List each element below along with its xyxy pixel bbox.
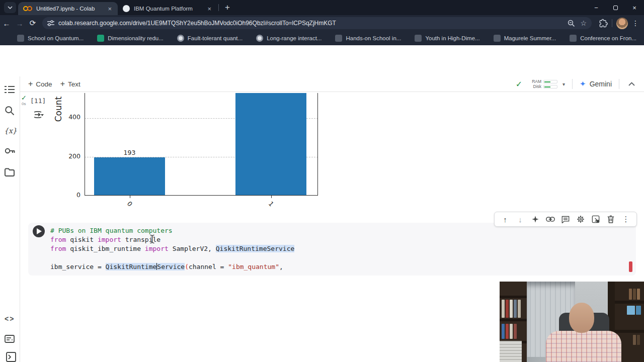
window-controls: − × [587, 4, 644, 12]
cell-settings-gear-icon[interactable] [573, 215, 588, 223]
new-tab-button[interactable]: + [220, 3, 235, 13]
bookmark-item[interactable]: Youth in High-Dime... [415, 35, 479, 42]
collapse-toolbar-chevron[interactable] [628, 82, 635, 86]
bookmark-favicon [177, 35, 184, 42]
x-tick-mark [271, 196, 272, 198]
resource-meter[interactable]: RAM Disk [529, 79, 557, 89]
code-token: qiskit_ibm_runtime [66, 245, 145, 252]
url-field[interactable]: colab.research.google.com/drive/1UE9MTQS… [42, 17, 592, 29]
delete-cell-trash-icon[interactable] [603, 215, 618, 223]
bar-value-label: 193 [124, 149, 136, 156]
add-code-label: Code [36, 80, 52, 88]
browser-tab-strip: Untitled7.ipynb - Colab × IBM Quantum Pl… [0, 0, 644, 15]
bookmark-item[interactable]: Dimensionality redu... [97, 35, 164, 42]
terminal-icon[interactable] [6, 352, 16, 362]
code-editor[interactable]: # PUBs on IBM quantum computersfrom qisk… [50, 226, 294, 272]
close-tab-icon[interactable]: × [106, 5, 114, 13]
browser-menu-icon[interactable]: ⋮ [628, 19, 644, 27]
runtime-dropdown-caret[interactable]: ▾ [562, 81, 565, 87]
webcam-overlay [500, 282, 644, 362]
extensions-icon[interactable] [599, 19, 608, 28]
paper-stack [500, 341, 522, 362]
gemini-sparkle-icon[interactable] [528, 215, 543, 223]
add-text-label: Text [68, 80, 80, 88]
bookmark-label: Fault-tolerant quant... [188, 35, 243, 41]
code-line[interactable] [50, 253, 294, 262]
site-settings-icon[interactable] [47, 20, 54, 26]
cell-executed-check-icon: ✓ [21, 94, 27, 102]
gemini-button[interactable]: ✦ Gemini [580, 79, 612, 88]
restore-button[interactable] [606, 4, 625, 12]
search-icon[interactable] [5, 106, 15, 116]
code-token: import [98, 236, 121, 243]
files-folder-icon[interactable] [5, 168, 15, 176]
bar-chart-plot-area: 19301 [85, 93, 318, 195]
divider [572, 79, 573, 89]
close-window-button[interactable]: × [625, 4, 644, 12]
move-cell-down-button[interactable]: ↓ [513, 215, 528, 224]
table-of-contents-icon[interactable] [5, 85, 15, 94]
mirror-cell-icon[interactable] [588, 215, 603, 223]
bookmark-item[interactable]: Long-range interact... [256, 35, 321, 42]
bookmark-item[interactable]: Hands-on School in... [335, 35, 401, 42]
add-text-button[interactable]: + Text [60, 79, 80, 88]
tab-divider [218, 4, 219, 11]
bookmark-label: Magurele Summer... [504, 35, 556, 41]
bookmark-favicon [415, 35, 422, 42]
code-cell[interactable]: # PUBs on IBM quantum computersfrom qisk… [28, 223, 636, 276]
zoom-page-icon[interactable] [568, 20, 575, 27]
disk-label: Disk [529, 84, 541, 89]
bookmark-favicon [570, 35, 577, 42]
code-line[interactable]: from qiskit import transpile [50, 235, 294, 244]
code-snippets-icon[interactable]: <> [5, 315, 15, 323]
code-line[interactable]: ibm_service = QiskitRuntimeService(chann… [50, 262, 294, 272]
bookmark-favicon [494, 35, 501, 42]
close-tab-icon[interactable]: × [205, 5, 213, 13]
gemini-sparkle-icon: ✦ [580, 79, 586, 88]
bookmark-item[interactable]: Magurele Summer... [494, 35, 556, 42]
bookmark-item[interactable]: Fault-tolerant quant... [177, 35, 243, 42]
address-bar: ← → ⟳ colab.research.google.com/drive/1U… [0, 15, 644, 31]
minimize-button[interactable]: − [587, 4, 606, 12]
tab-colab[interactable]: Untitled7.ipynb - Colab × [18, 2, 118, 15]
move-cell-up-button[interactable]: ↑ [498, 215, 513, 224]
code-line[interactable]: from qiskit_ibm_runtime import SamplerV2… [50, 244, 294, 253]
ram-label: RAM [529, 79, 541, 84]
reload-button[interactable]: ⟳ [26, 19, 39, 28]
x-tick-label: 1 [267, 200, 275, 208]
bookmark-favicon [335, 35, 342, 42]
code-line[interactable]: # PUBs on IBM quantum computers [50, 226, 294, 235]
link-cell-icon[interactable] [543, 216, 558, 222]
more-actions-icon[interactable]: ⋮ [618, 215, 633, 224]
divider [612, 19, 612, 27]
bookmark-item[interactable]: Conference on Fron... [570, 35, 636, 42]
ram-gauge [543, 80, 557, 83]
bookmark-label: Hands-on School in... [346, 35, 401, 41]
bookmark-item[interactable]: School on Quantum... [17, 35, 84, 42]
forward-button[interactable]: → [13, 19, 26, 28]
executed-code-history-icon[interactable] [33, 111, 44, 120]
bookmark-label: Long-range interact... [267, 35, 321, 41]
command-palette-icon[interactable] [5, 335, 15, 343]
bookmark-star-icon[interactable]: ☆ [580, 19, 587, 27]
ibm-favicon [123, 5, 130, 12]
divider [619, 79, 619, 89]
variables-icon[interactable]: {x} [4, 127, 17, 135]
url-text[interactable]: colab.research.google.com/drive/1UE9MTQS… [58, 20, 562, 27]
code-token: QiskitRuntimeService [216, 245, 295, 252]
y-tick-0: 0 [60, 191, 80, 199]
profile-avatar[interactable] [616, 18, 628, 29]
add-comment-icon[interactable] [558, 216, 573, 223]
browser-actions: ⋮ [596, 18, 644, 29]
bookmarks-bar: School on Quantum...Dimensionality redu.… [0, 31, 644, 45]
code-token: import [145, 245, 169, 252]
chevron-down-icon [8, 6, 13, 9]
back-button[interactable]: ← [0, 19, 13, 28]
left-axis-spine [85, 93, 85, 196]
tab-search-button[interactable] [4, 2, 16, 13]
add-code-button[interactable]: + Code [28, 79, 52, 88]
secrets-key-icon[interactable] [5, 147, 15, 154]
plus-icon: + [28, 79, 33, 88]
run-cell-button[interactable] [33, 225, 45, 237]
tab-ibm-quantum[interactable]: IBM Quantum Platform × [118, 2, 217, 15]
